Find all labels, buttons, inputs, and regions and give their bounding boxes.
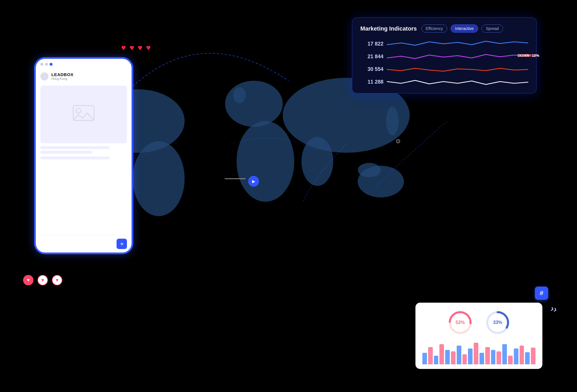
bar-8 <box>468 348 473 364</box>
tab-spread[interactable]: Spread <box>482 24 503 33</box>
bar-4 <box>445 350 450 364</box>
donut-label-1: 52% <box>456 320 465 325</box>
donut-ring-1: 52% <box>447 310 473 336</box>
phone-dot-3 <box>50 63 53 66</box>
heart-icon-3[interactable]: ♥ <box>52 275 62 285</box>
send-button[interactable]: ✈ <box>117 239 127 249</box>
bar-14 <box>502 344 507 364</box>
marketing-panel: Marketing Indicators Efficiency Interact… <box>352 17 537 93</box>
chart-rows: 17 822 UP 10% 21 844 UP 34% 30 554 <box>360 39 528 86</box>
bar-10 <box>479 353 484 364</box>
phone-line-3 <box>40 157 110 159</box>
chart-line-area-4 <box>387 78 528 86</box>
svg-point-5 <box>358 166 404 197</box>
hashtag-badge: # <box>535 287 548 300</box>
svg-point-1 <box>225 81 283 127</box>
bar-19 <box>531 348 535 364</box>
play-icon: ▶ <box>252 179 255 184</box>
svg-point-13 <box>76 108 81 113</box>
bar-3 <box>439 344 444 364</box>
marketing-header: Marketing Indicators Efficiency Interact… <box>360 24 528 33</box>
hearts-bottom: ♥ ♥ ♥ <box>23 275 62 285</box>
chart-line-area-3 <box>387 65 528 74</box>
analytics-circles: 52% 33% <box>422 310 535 336</box>
brand-location: Hong Kong <box>51 77 74 80</box>
phone-image-placeholder <box>40 86 127 143</box>
bar-0 <box>422 353 427 364</box>
hearts-top: ♥ ♥ ♥ ♥ <box>121 43 151 52</box>
donut-label-2: 33% <box>493 320 502 325</box>
phone-avatar <box>40 72 48 80</box>
bar-7 <box>462 354 467 364</box>
heart-top-3: ♥ <box>138 43 143 52</box>
heart-top-2: ♥ <box>130 43 134 52</box>
phone-content: LEADBOX Hong Kong <box>36 68 132 235</box>
circle-stat-2: 33% <box>485 310 511 336</box>
phone-lines <box>40 146 127 154</box>
phone-brand: LEADBOX Hong Kong <box>40 71 127 83</box>
chart-row-2: 21 844 UP 34% <box>360 52 528 61</box>
arrow-icon: ›› <box>549 303 558 315</box>
chart-row-3: 30 554 DOWN -8% <box>360 65 528 74</box>
bar-11 <box>485 347 490 364</box>
bar-1 <box>428 347 433 364</box>
phone-dot-1 <box>40 63 43 66</box>
chart-value-3: 30 554 <box>360 66 383 72</box>
bar-17 <box>520 346 524 364</box>
hashtag-symbol: # <box>540 289 543 297</box>
svg-point-3 <box>237 121 294 202</box>
tab-interactive[interactable]: Interactive <box>451 24 478 33</box>
brand-name: LEADBOX <box>51 72 74 77</box>
phone-dot-2 <box>45 63 48 66</box>
circle-stat-1: 52% <box>447 310 473 336</box>
phone-footer: ✈ <box>36 235 132 252</box>
phone-line-2 <box>40 151 92 154</box>
chart-line-area-2 <box>387 52 528 61</box>
phone-line-1 <box>40 146 110 149</box>
bar-15 <box>508 356 513 364</box>
bar-5 <box>451 351 456 364</box>
chart-value-1: 17 822 <box>360 41 383 47</box>
svg-rect-12 <box>73 105 94 120</box>
heart-top-4: ♥ <box>146 43 151 52</box>
chart-value-4: 11 288 <box>360 79 383 85</box>
phone-header <box>36 59 132 68</box>
heart-icon-2[interactable]: ♥ <box>38 275 48 285</box>
donut-ring-2: 33% <box>485 310 511 336</box>
bar-9 <box>474 343 478 364</box>
chart-line-area-1 <box>387 39 528 48</box>
svg-point-4 <box>133 141 185 216</box>
bar-chart <box>422 341 535 364</box>
play-button[interactable]: ▶ <box>248 176 259 187</box>
tab-efficiency[interactable]: Efficiency <box>421 24 447 33</box>
heart-top-1: ♥ <box>121 43 126 52</box>
bar-12 <box>491 350 496 364</box>
bar-2 <box>434 356 439 364</box>
marketing-title: Marketing Indicators <box>360 25 417 32</box>
svg-point-6 <box>301 137 333 186</box>
chart-row-4: 11 288 DOWN -12% <box>360 78 528 86</box>
bar-16 <box>514 348 518 364</box>
analytics-panel: 52% 33% <box>415 303 542 369</box>
heart-icon-1[interactable]: ♥ <box>23 275 33 285</box>
svg-point-7 <box>358 163 381 177</box>
chart-value-2: 21 844 <box>360 54 383 60</box>
phone-mockup: LEADBOX Hong Kong ✈ <box>35 58 133 254</box>
bar-6 <box>457 346 461 364</box>
svg-point-9 <box>233 87 246 103</box>
bar-13 <box>497 351 501 364</box>
svg-point-8 <box>386 107 399 135</box>
chart-row-1: 17 822 UP 10% <box>360 39 528 48</box>
svg-point-10 <box>396 140 400 143</box>
image-placeholder-icon <box>72 104 95 125</box>
bar-18 <box>525 352 530 364</box>
chart-trend-4: DOWN -12% <box>516 53 539 58</box>
phone-brand-text: LEADBOX Hong Kong <box>51 72 74 80</box>
